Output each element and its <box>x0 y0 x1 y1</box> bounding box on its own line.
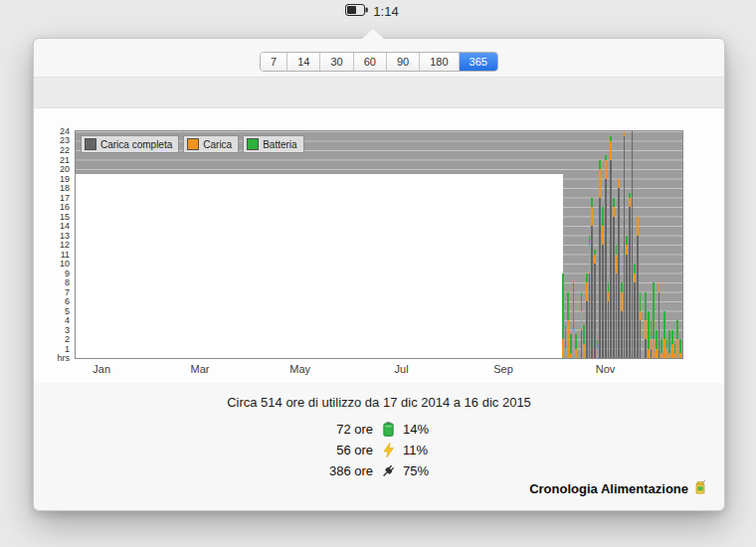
y-axis-unit-label: hrs <box>44 354 70 363</box>
range-option-90[interactable]: 90 <box>386 53 419 71</box>
menu-battery-item[interactable]: 1:14 <box>345 2 398 20</box>
bar-segment-b <box>570 334 572 353</box>
bar-segment-c <box>653 339 655 358</box>
x-tick-label: Nov <box>596 363 616 375</box>
bar-segment-b <box>679 339 681 353</box>
bar-segment-b <box>663 311 665 340</box>
range-segmented-control: 714306090180365 <box>260 52 498 72</box>
usage-bar <box>666 131 668 358</box>
usage-bar <box>648 131 650 358</box>
bar-segment-b <box>589 236 591 245</box>
x-tick-label: Jan <box>93 363 110 375</box>
legend-label: Batteria <box>263 139 296 150</box>
range-option-60[interactable]: 60 <box>353 53 386 71</box>
x-tick-label: May <box>289 363 310 375</box>
bar-segment-c <box>602 226 604 245</box>
usage-bar <box>624 131 626 358</box>
bar-segment-c <box>586 282 588 301</box>
usage-bar <box>610 131 612 358</box>
usage-bar <box>674 131 676 358</box>
range-control-row: 714306090180365 <box>34 52 724 72</box>
bar-segment-f <box>613 217 615 359</box>
bar-segment-b <box>645 292 647 321</box>
bar-segment-b <box>575 334 577 348</box>
bar-segment-b <box>591 198 593 207</box>
bar-segment-b <box>634 264 636 273</box>
bar-segment-f <box>608 301 610 358</box>
bar-segment-c <box>575 349 577 358</box>
bar-segment-b <box>565 325 567 349</box>
range-option-14[interactable]: 14 <box>286 53 319 71</box>
bar-segment-c <box>671 344 673 358</box>
usage-bar <box>565 131 567 358</box>
bar-segment-c <box>573 330 575 359</box>
bars <box>561 131 682 358</box>
usage-bar <box>618 131 620 358</box>
stat-hours-charge: 56 ore <box>329 443 373 457</box>
usage-bar <box>575 131 577 358</box>
bar-segment-f <box>605 179 607 359</box>
stat-hours-battery: 72 ore <box>329 422 373 437</box>
bar-segment-c <box>676 339 678 358</box>
usage-bar <box>586 131 588 358</box>
legend-label: Carica <box>203 139 232 150</box>
bar-segment-b <box>597 339 599 348</box>
bar-segment-c <box>597 349 599 358</box>
bar-segment-f <box>581 330 583 359</box>
usage-bar <box>659 131 661 358</box>
bar-segment-c <box>656 349 658 358</box>
usage-bar <box>608 131 610 358</box>
power-history-button[interactable]: Cronologia Alimentazione <box>529 480 707 497</box>
usage-bar <box>640 131 642 358</box>
bar-segment-b <box>661 339 662 353</box>
bar-segment-f <box>618 188 620 358</box>
range-option-365[interactable]: 365 <box>459 53 497 71</box>
usage-bar <box>651 131 653 358</box>
bar-segment-b <box>671 330 673 344</box>
bar-segment-b <box>616 245 618 254</box>
bar-segment-c <box>567 320 569 358</box>
bar-segment-f <box>645 339 647 358</box>
usage-bar <box>653 131 655 358</box>
range-option-180[interactable]: 180 <box>419 53 458 71</box>
usage-bar <box>668 131 670 358</box>
range-option-30[interactable]: 30 <box>319 53 352 71</box>
usage-bar <box>645 131 647 358</box>
bar-segment-c <box>666 349 668 358</box>
usage-bar <box>656 131 658 358</box>
bar-segment-b <box>608 282 610 291</box>
bar-segment-b <box>656 330 658 349</box>
popover-arrow <box>362 29 384 39</box>
usage-bar <box>589 131 591 358</box>
bar-segment-f <box>589 274 591 359</box>
bar-segment-c <box>608 292 610 301</box>
usage-bar <box>583 131 585 358</box>
menu-battery-icon <box>345 2 368 20</box>
bar-segment-f <box>637 236 639 359</box>
chart-section: Carica completaCaricaBatteria 2423222120… <box>34 108 724 383</box>
bar-segment-c <box>594 255 596 264</box>
legend-item: Batteria <box>243 135 303 153</box>
stat-percent-charge: 11% <box>403 443 429 457</box>
usage-bar <box>642 131 644 358</box>
bar-segment-f <box>651 349 653 358</box>
bar-segment-f <box>632 131 634 358</box>
bar-segment-c <box>621 292 623 311</box>
x-tick-label: Mar <box>191 363 210 375</box>
bar-segment-f <box>591 226 593 358</box>
bar-segment-b <box>668 330 670 354</box>
bar-segment-f <box>629 207 631 358</box>
usage-bar <box>661 131 662 358</box>
usage-bar <box>616 131 618 358</box>
stat-hours-plugged: 386 ore <box>329 463 373 478</box>
bar-segment-c <box>605 160 607 179</box>
bar-segment-c <box>565 349 567 358</box>
bar-segment-b <box>640 292 642 311</box>
range-option-7[interactable]: 7 <box>261 53 286 71</box>
y-axis: 242322212019181716151413121110987654321h… <box>42 131 76 358</box>
bar-segment-c <box>659 282 661 291</box>
usage-bar <box>570 131 572 358</box>
bar-segment-b <box>567 292 569 321</box>
bar-segment-c <box>583 344 585 358</box>
toolbar-band <box>34 77 724 108</box>
